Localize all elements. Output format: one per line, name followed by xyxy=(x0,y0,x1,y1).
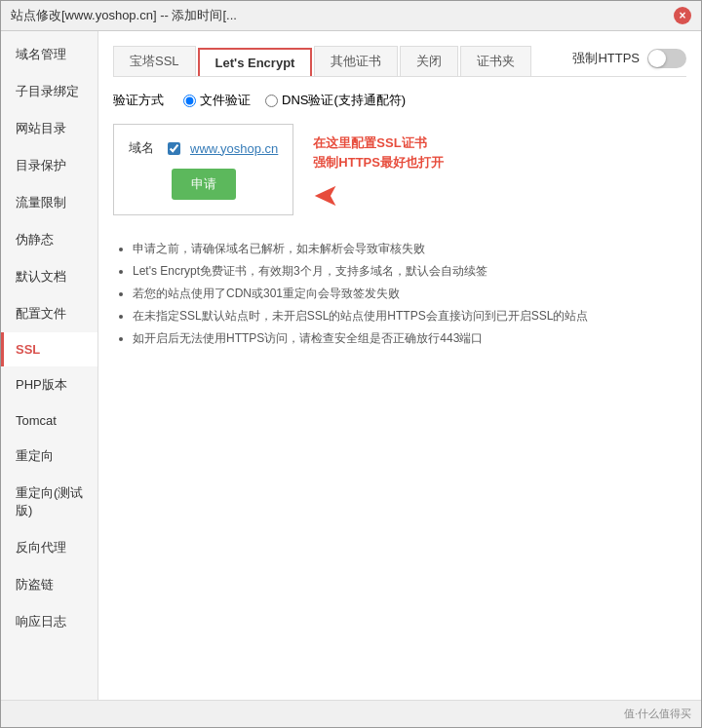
sidebar-item-accesslog[interactable]: 响应日志 xyxy=(1,603,98,640)
submit-button[interactable]: 申请 xyxy=(172,169,236,200)
sidebar: 域名管理子目录绑定网站目录目录保护流量限制伪静态默认文档配置文件SSLPHP版本… xyxy=(1,31,98,700)
sidebar-item-flowlimit[interactable]: 流量限制 xyxy=(1,184,98,221)
radio-file-label: 文件验证 xyxy=(200,92,251,109)
annotation-area: 在这里配置SSL证书强制HTTPS最好也打开 ➤ xyxy=(313,129,444,213)
tab-other[interactable]: 其他证书 xyxy=(314,46,398,76)
submit-row: 申请 xyxy=(129,169,278,200)
tab-baota[interactable]: 宝塔SSL xyxy=(113,46,196,76)
sidebar-item-dirprotect[interactable]: 目录保护 xyxy=(1,147,98,184)
radio-dns[interactable]: DNS验证(支持通配符) xyxy=(265,92,406,109)
notes-section: 申请之前，请确保域名已解析，如未解析会导致审核失败 Let's Encrypt免… xyxy=(113,240,686,347)
red-arrow-icon: ➤ xyxy=(313,176,339,213)
main-window: 站点修改[www.yoshop.cn] -- 添加时间[... × 域名管理子目… xyxy=(0,0,702,728)
domain-checkbox[interactable] xyxy=(168,142,180,155)
tab-bar: 宝塔SSL Let's Encrypt 其他证书 关闭 证书夹 强制HTTPS xyxy=(113,46,686,77)
sidebar-item-php[interactable]: PHP版本 xyxy=(1,366,98,403)
domain-label: 域名 xyxy=(129,139,158,157)
title-bar: 站点修改[www.yoshop.cn] -- 添加时间[... × xyxy=(1,1,701,31)
main-content: 宝塔SSL Let's Encrypt 其他证书 关闭 证书夹 强制HTTPS … xyxy=(98,31,701,700)
force-https-toggle[interactable] xyxy=(647,49,686,68)
sidebar-item-tomcat[interactable]: Tomcat xyxy=(1,403,98,438)
sidebar-item-pseudo[interactable]: 伪静态 xyxy=(1,221,98,258)
domain-value: www.yoshop.cn xyxy=(190,141,278,156)
note-1: 申请之前，请确保域名已解析，如未解析会导致审核失败 xyxy=(133,240,686,257)
sidebar-item-reverse_proxy[interactable]: 反向代理 xyxy=(1,529,98,566)
radio-file[interactable]: 文件验证 xyxy=(183,92,251,109)
toggle-knob xyxy=(648,50,666,67)
radio-group: 文件验证 DNS验证(支持通配符) xyxy=(183,92,406,109)
note-2: Let's Encrypt免费证书，有效期3个月，支持多域名，默认会自动续签 xyxy=(133,262,686,280)
annotation-text: 在这里配置SSL证书强制HTTPS最好也打开 xyxy=(313,134,444,172)
domain-row: 域名 www.yoshop.cn xyxy=(129,139,278,157)
window-title: 站点修改[www.yoshop.cn] -- 添加时间[... xyxy=(11,7,237,24)
domain-box-wrapper: 域名 www.yoshop.cn 申请 在这里配置SSL证书强制HTTPS最好也… xyxy=(113,124,686,230)
sidebar-item-defaultdoc[interactable]: 默认文档 xyxy=(1,258,98,295)
verification-label: 验证方式 xyxy=(113,92,164,109)
note-5: 如开启后无法使用HTTPS访问，请检查安全组是否正确放行443端口 xyxy=(133,329,686,347)
tab-close[interactable]: 关闭 xyxy=(400,46,458,76)
footer-bar: 值·什么值得买 xyxy=(1,700,701,727)
radio-dns-label: DNS验证(支持通配符) xyxy=(282,92,406,109)
sidebar-item-sitedir[interactable]: 网站目录 xyxy=(1,110,98,147)
force-https-label: 强制HTTPS xyxy=(572,50,640,67)
close-button[interactable]: × xyxy=(674,7,691,24)
domain-box: 域名 www.yoshop.cn 申请 xyxy=(113,124,293,215)
sidebar-item-subdomain[interactable]: 子目录绑定 xyxy=(1,73,98,110)
footer-text: 值·什么值得买 xyxy=(624,707,691,721)
note-4: 在未指定SSL默认站点时，未开启SSL的站点使用HTTPS会直接访问到已开启SS… xyxy=(133,307,686,325)
notes-list: 申请之前，请确保域名已解析，如未解析会导致审核失败 Let's Encrypt免… xyxy=(113,240,686,347)
radio-dns-input[interactable] xyxy=(265,95,278,107)
tab-certdir[interactable]: 证书夹 xyxy=(460,46,531,76)
sidebar-item-redirect[interactable]: 重定向 xyxy=(1,438,98,475)
force-https-section: 强制HTTPS xyxy=(572,49,686,74)
tab-letsencrypt[interactable]: Let's Encrypt xyxy=(198,48,313,76)
sidebar-item-redirect_test[interactable]: 重定向(测试版) xyxy=(1,475,98,529)
note-3: 若您的站点使用了CDN或301重定向会导致签发失败 xyxy=(133,285,686,302)
sidebar-item-hotlink[interactable]: 防盗链 xyxy=(1,566,98,603)
window-body: 域名管理子目录绑定网站目录目录保护流量限制伪静态默认文档配置文件SSLPHP版本… xyxy=(1,31,701,700)
radio-file-input[interactable] xyxy=(183,95,196,107)
sidebar-item-ssl[interactable]: SSL xyxy=(1,332,98,366)
sidebar-item-configfile[interactable]: 配置文件 xyxy=(1,295,98,332)
verification-row: 验证方式 文件验证 DNS验证(支持通配符) xyxy=(113,92,686,109)
arrow-section: ➤ xyxy=(313,176,339,213)
sidebar-item-domain[interactable]: 域名管理 xyxy=(1,36,98,73)
